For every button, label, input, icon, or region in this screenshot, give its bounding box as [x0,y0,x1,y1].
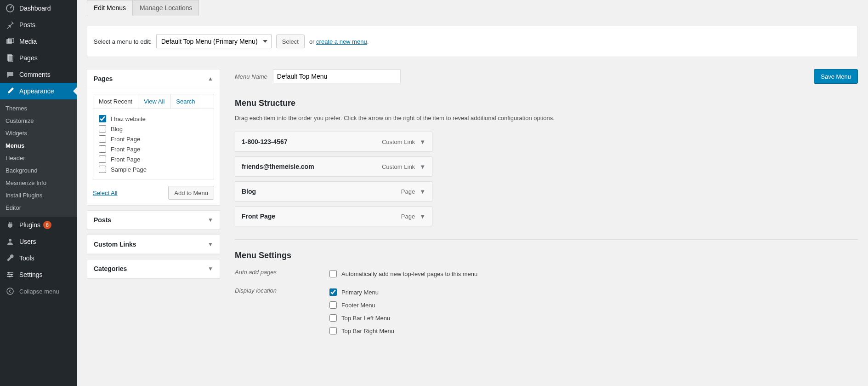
subtab-view-all[interactable]: View All [138,94,170,109]
sidebar-label: Tools [19,254,34,262]
metabox-custom-links-header[interactable]: Custom Links ▼ [87,235,220,254]
sidebar-label: Dashboard [19,5,51,12]
svg-point-10 [11,274,12,276]
menu-item[interactable]: friends@themeisle.com Custom Link▼ [235,156,432,177]
location-label: Primary Menu [341,289,379,296]
chevron-down-icon[interactable]: ▼ [420,188,425,195]
page-checkbox[interactable] [99,145,106,153]
tab-edit-menus[interactable]: Edit Menus [87,0,133,16]
menu-item[interactable]: Front Page Page▼ [235,206,432,226]
page-checkbox[interactable] [99,135,106,143]
menu-item-title: friends@themeisle.com [242,163,314,170]
media-icon [6,37,15,46]
chevron-down-icon[interactable]: ▼ [420,163,425,170]
sidebar-label: Settings [19,271,43,278]
select-menu-label: Select a menu to edit: [94,38,152,45]
collapse-label: Collapse menu [19,288,59,295]
page-label: Blog [111,126,123,133]
tab-manage-locations[interactable]: Manage Locations [133,0,199,16]
select-all-link[interactable]: Select All [93,190,117,196]
subtab-search[interactable]: Search [170,94,200,109]
page-label: Front Page [111,146,140,153]
subtab-recent[interactable]: Most Recent [93,94,138,109]
metabox-title: Posts [94,216,111,224]
page-checkbox[interactable] [99,115,106,122]
location-checkbox[interactable] [329,314,337,322]
chevron-down-icon[interactable]: ▼ [420,213,425,220]
menu-item-title: Front Page [242,213,275,220]
page-checkbox[interactable] [99,166,106,173]
submenu-editor[interactable]: Editor [0,202,77,214]
menu-name-label: Menu Name [235,73,267,80]
create-new-menu-link[interactable]: create a new menu [316,38,367,45]
sidebar-label: Plugins [19,221,40,229]
location-label: Footer Menu [341,302,375,309]
menu-item[interactable]: Blog Page▼ [235,181,432,202]
sidebar-item-posts[interactable]: Posts [0,17,77,33]
submenu-menus[interactable]: Menus [0,139,77,152]
metabox-posts-header[interactable]: Posts ▼ [87,211,220,230]
auto-add-checkbox[interactable] [329,270,337,277]
select-button[interactable]: Select [276,35,305,48]
page-checkbox[interactable] [99,125,106,133]
chevron-up-icon: ▲ [208,75,213,82]
location-row: Top Bar Left Menu [329,313,394,323]
submenu-install-plugins[interactable]: Install Plugins [0,189,77,202]
sidebar-item-comments[interactable]: Comments [0,66,77,83]
page-checkbox[interactable] [99,156,106,163]
menu-item[interactable]: 1-800-123-4567 Custom Link▼ [235,132,432,152]
chevron-down-icon[interactable]: ▼ [420,138,425,145]
sidebar-item-pages[interactable]: Pages [0,50,77,66]
submenu-widgets[interactable]: Widgets [0,127,77,139]
metabox-title: Categories [94,265,127,272]
page-label: Front Page [111,136,140,143]
submenu-customize[interactable]: Customize [0,115,77,127]
separator [235,239,858,240]
menu-item-type: Page [401,213,415,220]
page-checkbox-row: Blog [99,124,208,134]
page-label: Sample Page [111,166,147,173]
submenu-themes[interactable]: Themes [0,102,77,115]
menu-structure-heading: Menu Structure [235,98,858,108]
menu-structure-help: Drag each item into the order you prefer… [235,115,858,121]
metabox-categories-header[interactable]: Categories ▼ [87,259,220,278]
sidebar-label: Media [19,38,37,45]
submenu-background[interactable]: Background [0,164,77,177]
sidebar-item-tools[interactable]: Tools [0,250,77,266]
location-checkbox[interactable] [329,288,337,296]
location-checkbox[interactable] [329,327,337,334]
menu-editor-column: Menu Name Save Menu Menu Structure Drag … [235,69,858,336]
sidebar-label: Posts [19,21,35,29]
submenu-header[interactable]: Header [0,152,77,164]
menu-select-dropdown[interactable]: Default Top Menu (Primary Menu) [156,35,272,48]
menu-name-input[interactable] [273,69,401,83]
location-label: Top Bar Right Menu [341,328,394,334]
metabox-pages-header[interactable]: Pages ▲ [87,69,220,88]
plugins-badge: 8 [43,221,51,229]
location-row: Top Bar Right Menu [329,326,394,336]
page-label: Front Page [111,156,140,163]
sidebar-item-users[interactable]: Users [0,233,77,250]
sidebar-label: Comments [19,71,51,78]
svg-point-9 [8,272,10,274]
sidebar-item-dashboard[interactable]: Dashboard [0,0,77,17]
save-menu-button[interactable]: Save Menu [814,69,858,84]
pin-icon [6,20,15,29]
metabox-column: Pages ▲ Most Recent View All Search I ha… [87,69,220,336]
metabox-title: Pages [94,75,113,82]
chevron-down-icon: ▼ [208,241,213,248]
location-checkbox[interactable] [329,301,337,309]
sidebar-item-plugins[interactable]: Plugins 8 [0,217,77,233]
appearance-submenu: Themes Customize Widgets Menus Header Ba… [0,99,77,217]
collapse-menu[interactable]: Collapse menu [0,283,77,300]
svg-point-12 [7,288,13,294]
submenu-mesmerize[interactable]: Mesmerize Info [0,177,77,189]
sidebar-label: Appearance [19,87,54,95]
user-icon [6,237,15,246]
metabox-categories: Categories ▼ [87,259,220,279]
sidebar-item-media[interactable]: Media [0,33,77,50]
sidebar-item-settings[interactable]: Settings [0,266,77,283]
menu-settings-heading: Menu Settings [235,251,858,260]
sidebar-item-appearance[interactable]: Appearance [0,83,77,99]
add-to-menu-button[interactable]: Add to Menu [168,186,214,200]
